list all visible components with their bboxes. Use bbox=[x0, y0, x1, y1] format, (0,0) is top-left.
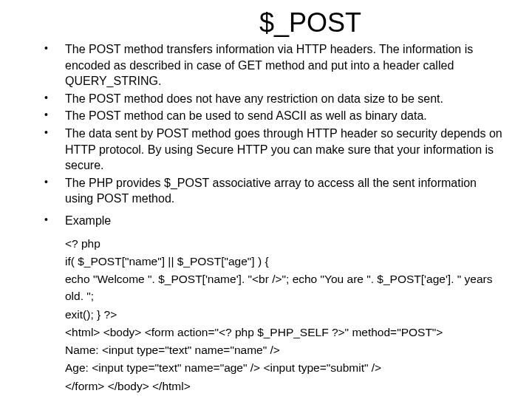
code-line: </form> </body> </html> bbox=[65, 378, 502, 395]
bullet-item: The POST method transfers information vi… bbox=[44, 41, 502, 89]
bullet-item: The POST method does not have any restri… bbox=[44, 91, 502, 107]
example-heading: Example bbox=[44, 213, 502, 229]
code-line: echo "Welcome ". $_POST['name']. "<br />… bbox=[65, 270, 502, 305]
bullet-item: The data sent by POST method goes throug… bbox=[44, 126, 502, 174]
code-line: exit(); } ?> bbox=[65, 306, 502, 323]
code-line: <? php bbox=[65, 235, 502, 252]
code-line: <html> <body> <form action="<? php $_PHP… bbox=[65, 324, 502, 341]
code-line: if( $_POST["name"] || $_POST["age"] ) { bbox=[65, 253, 502, 270]
code-line: Age: <input type="text" name="age" /> <i… bbox=[65, 359, 502, 376]
bullet-item: The PHP provides $_POST associative arra… bbox=[44, 175, 502, 207]
slide-title: $_POST bbox=[118, 7, 502, 38]
code-block: <? php if( $_POST["name"] || $_POST["age… bbox=[44, 235, 502, 395]
code-line: Name: <input type="text" name="name" /> bbox=[65, 341, 502, 358]
bullet-item: The POST method can be used to send ASCI… bbox=[44, 108, 502, 124]
bullet-list: The POST method transfers information vi… bbox=[44, 41, 502, 229]
